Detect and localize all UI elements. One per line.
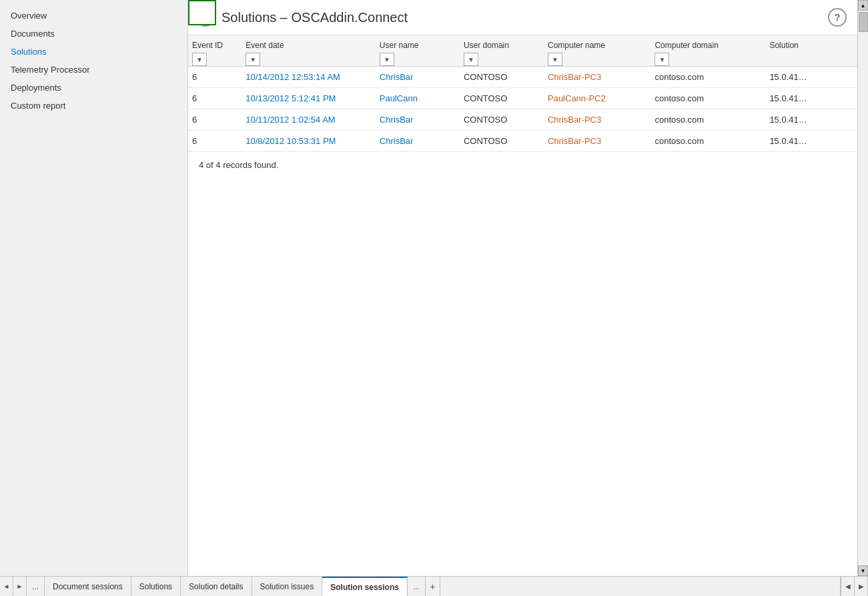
tab-more-btn[interactable]: ... (27, 577, 45, 596)
bottom-tab-bar: ◄ ► ... Document sessionsSolutionsSoluti… (0, 576, 868, 596)
col-header-solution: Solution (765, 35, 857, 67)
table-body: 610/14/2012 12:53:14 AMChrisBarCONTOSOCh… (188, 67, 857, 152)
table-row[interactable]: 610/8/2012 10:53:31 PMChrisBarCONTOSOChr… (188, 131, 857, 152)
page-title: Solutions – OSCAddin.Connect (222, 10, 828, 25)
table-row[interactable]: 610/13/2012 5:12:41 PMPaulCannCONTOSOPau… (188, 88, 857, 109)
bottom-tab-document-sessions[interactable]: Document sessions (45, 577, 131, 596)
cell-event-date[interactable]: 10/14/2012 12:53:14 AM (242, 67, 376, 88)
data-table: Event ID ▼ Event date (188, 35, 857, 152)
records-info: 4 of 4 records found. (188, 152, 857, 178)
sidebar-item-deployments[interactable]: Deployments (0, 79, 187, 97)
col-header-computer-name: Computer name ▼ (544, 35, 650, 67)
filter-event-date[interactable]: ▼ (246, 53, 260, 66)
scroll-thumb[interactable] (859, 12, 868, 32)
help-button[interactable]: ? (828, 8, 847, 27)
cell-event-id: 6 (188, 88, 242, 109)
content-header: ← Solutions – OSCAddin.Connect ? (188, 0, 857, 35)
cell-computer-name[interactable]: ChrisBar-PC3 (544, 131, 650, 152)
scroll-up-btn[interactable]: ▲ (858, 0, 868, 11)
filter-computer-domain[interactable]: ▼ (655, 53, 669, 66)
sidebar: OverviewDocumentsSolutionsTelemetry Proc… (0, 0, 188, 576)
cell-solution: 15.0.41… (765, 131, 857, 152)
tab-prev-btn[interactable]: ◄ (0, 577, 13, 596)
filter-user-domain[interactable]: ▼ (464, 53, 478, 66)
cell-user-domain: CONTOSO (460, 88, 544, 109)
cell-solution: 15.0.41… (765, 88, 857, 109)
bottom-tab-solutions[interactable]: Solutions (131, 577, 181, 596)
sidebar-item-telemetry-processor[interactable]: Telemetry Processor (0, 61, 187, 79)
tab-next-btn[interactable]: ► (13, 577, 27, 596)
sidebar-item-custom-report[interactable]: Custom report (0, 97, 187, 115)
tab-more2-btn[interactable]: ... (408, 577, 426, 596)
cell-event-date[interactable]: 10/13/2012 5:12:41 PM (242, 88, 376, 109)
bottom-tabs-container: Document sessionsSolutionsSolution detai… (45, 577, 408, 596)
sidebar-item-solutions[interactable]: Solutions (0, 43, 187, 61)
cell-solution: 15.0.41… (765, 109, 857, 131)
cell-computer-domain: contoso.com (650, 88, 765, 109)
bottom-tab-solution-issues[interactable]: Solution issues (252, 577, 323, 596)
cell-event-date[interactable]: 10/8/2012 10:53:31 PM (242, 131, 376, 152)
cell-user-domain: CONTOSO (460, 67, 544, 88)
tab-add-btn[interactable]: + (426, 577, 440, 596)
cell-solution: 15.0.41… (765, 67, 857, 88)
col-header-user-name: User name ▼ (376, 35, 460, 67)
main-content: ← Solutions – OSCAddin.Connect ? Event I… (188, 0, 857, 576)
cell-user-domain: CONTOSO (460, 131, 544, 152)
sidebar-item-documents[interactable]: Documents (0, 25, 187, 43)
cell-computer-domain: contoso.com (650, 109, 765, 131)
table-header-row: Event ID ▼ Event date (188, 35, 857, 67)
filter-computer-name[interactable]: ▼ (548, 53, 562, 66)
cell-user-name[interactable]: PaulCann (376, 88, 460, 109)
tab-scroll-left[interactable]: ◀ (841, 577, 855, 596)
cell-event-date[interactable]: 10/11/2012 1:02:54 AM (242, 109, 376, 131)
filter-event-id[interactable]: ▼ (192, 53, 207, 66)
cell-computer-name[interactable]: PaulCann-PC2 (544, 88, 650, 109)
table-row[interactable]: 610/14/2012 12:53:14 AMChrisBarCONTOSOCh… (188, 67, 857, 88)
col-header-event-id: Event ID ▼ (188, 35, 242, 67)
tab-scroll-right[interactable]: ▶ (855, 577, 868, 596)
green-selection-cell (188, 0, 216, 25)
cell-computer-domain: contoso.com (650, 67, 765, 88)
cell-event-id: 6 (188, 109, 242, 131)
table-container: Event ID ▼ Event date (188, 35, 857, 576)
scroll-down-btn[interactable]: ▼ (858, 565, 868, 576)
cell-user-name[interactable]: ChrisBar (376, 67, 460, 88)
cell-computer-domain: contoso.com (650, 131, 765, 152)
cell-computer-name[interactable]: ChrisBar-PC3 (544, 109, 650, 131)
cell-user-name[interactable]: ChrisBar (376, 131, 460, 152)
cell-user-name[interactable]: ChrisBar (376, 109, 460, 131)
filter-user-name[interactable]: ▼ (380, 53, 394, 66)
col-header-event-date: Event date ▼ (242, 35, 376, 67)
col-header-user-domain: User domain ▼ (460, 35, 544, 67)
cell-event-id: 6 (188, 67, 242, 88)
cell-user-domain: CONTOSO (460, 109, 544, 131)
help-icon: ? (835, 12, 841, 23)
col-header-computer-domain: Computer domain ▼ (650, 35, 765, 67)
cell-computer-name[interactable]: ChrisBar-PC3 (544, 67, 650, 88)
cell-event-id: 6 (188, 131, 242, 152)
vertical-scrollbar[interactable]: ▲ ▼ (857, 0, 868, 576)
bottom-tab-solution-details[interactable]: Solution details (181, 577, 252, 596)
sidebar-item-overview[interactable]: Overview (0, 7, 187, 25)
bottom-tab-solution-sessions[interactable]: Solution sessions (322, 577, 408, 596)
table-row[interactable]: 610/11/2012 1:02:54 AMChrisBarCONTOSOChr… (188, 109, 857, 131)
